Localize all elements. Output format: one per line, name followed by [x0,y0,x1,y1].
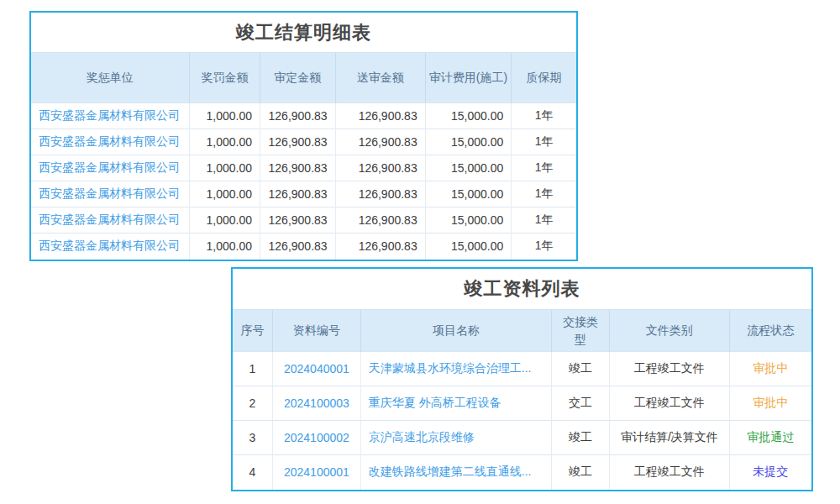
documents-table-row: 3 2024100002 京沪高速北京段维修 竣工 审计结算/决算文件 审批通过 [233,421,811,455]
col-header-submitted-amount: 送审金额 [335,53,425,103]
documents-table-row: 1 2024040001 天津蒙城县水环境综合治理工... 竣工 工程竣工文件 … [233,352,811,386]
unit-link[interactable]: 西安盛器金属材料有限公司 [39,213,180,226]
flow-status-cell: 未提交 [729,455,811,490]
unit-link[interactable]: 西安盛器金属材料有限公司 [39,186,180,200]
col-header-penalty: 奖罚金额 [189,53,260,103]
col-header-unit: 奖惩单位 [31,53,189,103]
approved-amount-cell: 126,900.83 [260,103,336,129]
col-header-audit-fee: 审计费用(施工) [425,53,512,103]
penalty-amount-cell: 1,000.00 [189,155,260,181]
approved-amount-cell: 126,900.83 [260,234,336,260]
submitted-amount-cell: 126,900.83 [335,155,425,181]
col-header-approved-amount: 审定金额 [260,53,336,103]
submitted-amount-cell: 126,900.83 [335,234,425,260]
row-index-cell: 3 [233,421,273,455]
flow-status-cell: 审批中 [729,386,811,421]
doc-number-link[interactable]: 2024040001 [284,362,349,375]
row-index-cell: 1 [233,352,273,386]
file-category-cell: 工程竣工文件 [610,352,730,386]
documents-table-row: 2 2024100003 重庆华夏 外高桥工程设备 交工 工程竣工文件 审批中 [233,386,811,421]
handover-type-cell: 交工 [552,386,610,421]
col-header-doc-number: 资料编号 [273,310,361,352]
penalty-amount-cell: 1,000.00 [189,234,260,260]
audit-fee-cell: 15,000.00 [425,155,512,181]
warranty-cell: 1年 [512,155,576,181]
warranty-cell: 1年 [512,234,576,260]
doc-number-link[interactable]: 2024100001 [284,465,349,479]
warranty-cell: 1年 [512,129,576,155]
penalty-amount-cell: 1,000.00 [189,103,260,129]
row-index-cell: 2 [233,386,273,421]
flow-status-cell: 审批中 [729,352,811,386]
warranty-cell: 1年 [512,103,576,129]
submitted-amount-cell: 126,900.83 [335,181,425,207]
row-index-cell: 4 [233,455,273,490]
audit-fee-cell: 15,000.00 [425,181,512,207]
unit-link[interactable]: 西安盛器金属材料有限公司 [39,134,180,148]
settlement-table-title: 竣工结算明细表 [31,13,576,52]
documents-table-panel: 竣工资料列表 序号 资料编号 项目名称 交接类型 文件类别 流程状态 1 202… [231,267,813,491]
approved-amount-cell: 126,900.83 [260,181,336,207]
penalty-amount-cell: 1,000.00 [189,129,260,155]
settlement-table-row: 西安盛器金属材料有限公司 1,000.00 126,900.83 126,900… [31,155,576,181]
submitted-amount-cell: 126,900.83 [335,129,425,155]
doc-number-link[interactable]: 2024100003 [284,396,349,410]
approved-amount-cell: 126,900.83 [260,207,336,234]
project-name-link[interactable]: 重庆华夏 外高桥工程设备 [369,396,501,409]
audit-fee-cell: 15,000.00 [425,103,512,129]
documents-table: 序号 资料编号 项目名称 交接类型 文件类别 流程状态 1 2024040001… [233,309,811,490]
project-name-link[interactable]: 改建铁路线增建第二线直通线... [369,465,532,478]
settlement-table-row: 西安盛器金属材料有限公司 1,000.00 126,900.83 126,900… [31,103,576,129]
settlement-table-row: 西安盛器金属材料有限公司 1,000.00 126,900.83 126,900… [31,129,576,155]
approved-amount-cell: 126,900.83 [260,155,336,181]
unit-link[interactable]: 西安盛器金属材料有限公司 [39,160,180,174]
unit-link[interactable]: 西安盛器金属材料有限公司 [39,108,180,122]
handover-type-cell: 竣工 [552,352,610,386]
penalty-amount-cell: 1,000.00 [189,207,260,234]
handover-type-cell: 竣工 [552,421,610,455]
settlement-table: 奖惩单位 奖罚金额 审定金额 送审金额 审计费用(施工) 质保期 西安盛器金属材… [31,52,576,260]
project-name-link[interactable]: 京沪高速北京段维修 [369,430,475,444]
col-header-handover-type: 交接类型 [552,310,610,352]
warranty-cell: 1年 [512,181,576,207]
file-category-cell: 工程竣工文件 [610,386,730,421]
submitted-amount-cell: 126,900.83 [335,103,425,129]
settlement-header-row: 奖惩单位 奖罚金额 审定金额 送审金额 审计费用(施工) 质保期 [31,53,576,103]
documents-table-row: 4 2024100001 改建铁路线增建第二线直通线... 竣工 工程竣工文件 … [233,455,811,490]
unit-link[interactable]: 西安盛器金属材料有限公司 [39,239,180,252]
col-header-flow-status: 流程状态 [729,310,811,352]
project-name-link[interactable]: 天津蒙城县水环境综合治理工... [369,361,532,375]
penalty-amount-cell: 1,000.00 [189,181,260,207]
settlement-table-panel: 竣工结算明细表 奖惩单位 奖罚金额 审定金额 送审金额 审计费用(施工) 质保期… [29,11,578,261]
documents-header-row: 序号 资料编号 项目名称 交接类型 文件类别 流程状态 [233,310,811,352]
settlement-table-row: 西安盛器金属材料有限公司 1,000.00 126,900.83 126,900… [31,181,576,207]
settlement-table-row: 西安盛器金属材料有限公司 1,000.00 126,900.83 126,900… [31,234,576,260]
col-header-index: 序号 [233,310,273,352]
approved-amount-cell: 126,900.83 [260,129,336,155]
settlement-table-row: 西安盛器金属材料有限公司 1,000.00 126,900.83 126,900… [31,207,576,234]
col-header-project-name: 项目名称 [360,310,551,352]
warranty-cell: 1年 [512,207,576,234]
submitted-amount-cell: 126,900.83 [335,207,425,234]
file-category-cell: 审计结算/决算文件 [610,421,730,455]
audit-fee-cell: 15,000.00 [425,207,512,234]
col-header-warranty: 质保期 [512,53,576,103]
handover-type-cell: 竣工 [552,455,610,490]
documents-table-title: 竣工资料列表 [233,269,811,309]
col-header-file-category: 文件类别 [610,310,730,352]
audit-fee-cell: 15,000.00 [425,129,512,155]
file-category-cell: 工程竣工文件 [610,455,730,490]
flow-status-cell: 审批通过 [729,421,811,455]
doc-number-link[interactable]: 2024100002 [284,431,349,444]
audit-fee-cell: 15,000.00 [425,234,512,260]
